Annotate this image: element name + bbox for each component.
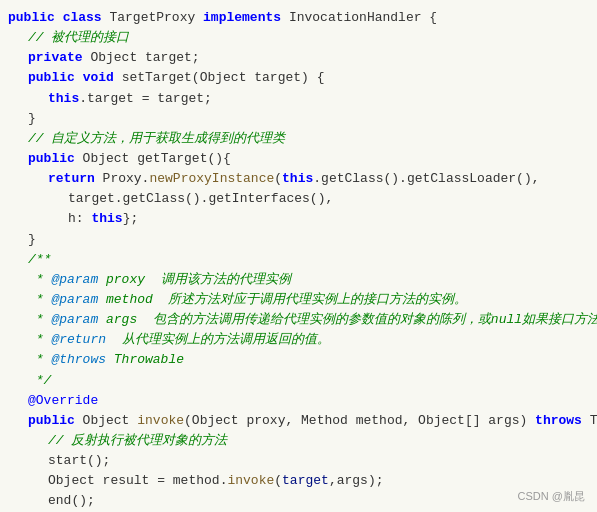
line: private Object target; xyxy=(0,48,597,68)
line: this.target = target; xyxy=(0,89,597,109)
line: // 被代理的接口 xyxy=(0,28,597,48)
line: } xyxy=(0,109,597,129)
line: // 自定义方法，用于获取生成得到的代理类 xyxy=(0,129,597,149)
line: end(); xyxy=(0,491,597,511)
line: * @param proxy 调用该方法的代理实例 xyxy=(0,270,597,290)
line: @Override xyxy=(0,391,597,411)
line: /** xyxy=(0,250,597,270)
line: h: this}; xyxy=(0,209,597,229)
watermark: CSDN @胤昆 xyxy=(518,489,585,504)
line: start(); xyxy=(0,451,597,471)
line: Object result = method.invoke(target,arg… xyxy=(0,471,597,491)
line: // 反射执行被代理对象的方法 xyxy=(0,431,597,451)
line: public Object getTarget(){ xyxy=(0,149,597,169)
line: * @param method 所述方法对应于调用代理实例上的接口方法的实例。 xyxy=(0,290,597,310)
line: public class TargetProxy implements Invo… xyxy=(0,8,597,28)
code-container: public class TargetProxy implements Invo… xyxy=(0,0,597,512)
code-area: public class TargetProxy implements Invo… xyxy=(0,0,597,512)
line: public void setTarget(Object target) { xyxy=(0,68,597,88)
line: public Object invoke(Object proxy, Metho… xyxy=(0,411,597,431)
line: } xyxy=(0,230,597,250)
line: * @param args 包含的方法调用传递给代理实例的参数值的对象的陈列，或… xyxy=(0,310,597,330)
line: return Proxy.newProxyInstance(this.getCl… xyxy=(0,169,597,189)
line: * @return 从代理实例上的方法调用返回的值。 xyxy=(0,330,597,350)
line: */ xyxy=(0,371,597,391)
line: * @throws Throwable xyxy=(0,350,597,370)
line: target.getClass().getInterfaces(), xyxy=(0,189,597,209)
